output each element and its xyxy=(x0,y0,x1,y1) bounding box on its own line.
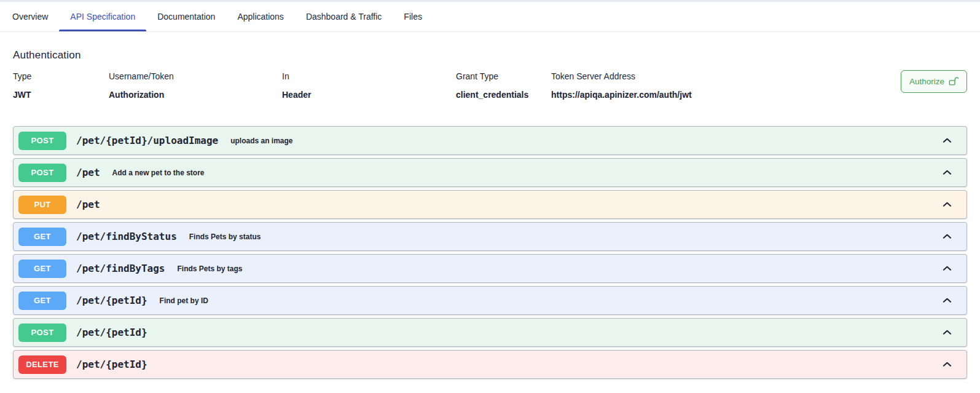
authentication-section: Authentication TypeUsername/TokenInGrant… xyxy=(13,49,967,100)
endpoint-description: Add a new pet to the store xyxy=(112,169,205,177)
auth-field-value-grant-type: client_credentials xyxy=(456,90,551,100)
method-badge: DELETE xyxy=(18,355,66,374)
unlock-icon xyxy=(949,76,958,87)
authorize-button[interactable]: Authorize xyxy=(901,70,967,93)
auth-field-value-in: Header xyxy=(282,90,456,100)
chevron-up-icon[interactable] xyxy=(941,135,953,146)
endpoint-path: /pet/{petId} xyxy=(76,295,147,306)
endpoint-row[interactable]: DELETE/pet/{petId} xyxy=(13,350,967,379)
auth-field-label-username-token: Username/Token xyxy=(109,71,282,81)
endpoint-row[interactable]: GET/pet/findByTagsFinds Pets by tags xyxy=(13,254,967,283)
endpoint-row[interactable]: POST/pet/{petId} xyxy=(13,318,967,347)
auth-fields: TypeUsername/TokenInGrant TypeToken Serv… xyxy=(13,71,967,100)
method-badge: POST xyxy=(18,132,66,150)
endpoint-description: uploads an image xyxy=(230,137,292,145)
method-badge: GET xyxy=(18,292,66,310)
chevron-up-icon[interactable] xyxy=(941,263,953,274)
endpoint-path: /pet/findByTags xyxy=(76,263,165,274)
endpoint-path: /pet/findByStatus xyxy=(76,231,177,242)
method-badge: POST xyxy=(18,164,66,182)
method-badge: GET xyxy=(18,228,66,246)
method-badge: PUT xyxy=(18,196,66,214)
endpoint-list: POST/pet/{petId}/uploadImageuploads an i… xyxy=(13,126,967,379)
chevron-up-icon[interactable] xyxy=(941,359,953,370)
auth-field-label-grant-type: Grant Type xyxy=(456,71,551,81)
endpoint-description: Finds Pets by status xyxy=(189,232,261,241)
auth-field-label-type: Type xyxy=(13,71,109,81)
endpoint-row[interactable]: POST/pet/{petId}/uploadImageuploads an i… xyxy=(13,126,967,155)
endpoint-description: Find pet by ID xyxy=(160,296,208,305)
endpoint-path: /pet xyxy=(76,167,100,178)
tab-documentation[interactable]: Documentation xyxy=(146,2,226,31)
chevron-up-icon[interactable] xyxy=(941,295,953,306)
endpoint-row[interactable]: GET/pet/{petId}Find pet by ID xyxy=(13,286,967,315)
tab-overview[interactable]: Overview xyxy=(1,2,59,31)
chevron-up-icon[interactable] xyxy=(941,167,953,178)
endpoint-row[interactable]: GET/pet/findByStatusFinds Pets by status xyxy=(13,222,967,251)
tab-bar: OverviewAPI SpecificationDocumentationAp… xyxy=(0,2,980,32)
authentication-title: Authentication xyxy=(13,49,967,62)
endpoint-path: /pet/{petId} xyxy=(76,327,147,338)
endpoint-description: Finds Pets by tags xyxy=(178,264,243,273)
chevron-up-icon[interactable] xyxy=(941,199,953,210)
auth-field-label-in: In xyxy=(282,71,456,81)
authorize-button-label: Authorize xyxy=(909,77,944,86)
auth-field-value-username-token: Authorization xyxy=(109,90,282,100)
endpoint-path: /pet/{petId}/uploadImage xyxy=(76,135,218,146)
page-content: Authentication TypeUsername/TokenInGrant… xyxy=(0,49,980,379)
endpoint-row[interactable]: PUT/pet xyxy=(13,190,967,219)
endpoint-path: /pet/{petId} xyxy=(76,359,147,370)
endpoint-path: /pet xyxy=(76,199,100,210)
chevron-up-icon[interactable] xyxy=(941,327,953,338)
endpoint-row[interactable]: POST/petAdd a new pet to the store xyxy=(13,158,967,187)
auth-field-value-type: JWT xyxy=(13,90,109,100)
tab-applications[interactable]: Applications xyxy=(226,2,295,31)
method-badge: GET xyxy=(18,260,66,278)
tab-dashboard-traffic[interactable]: Dashboard & Traffic xyxy=(295,2,393,31)
method-badge: POST xyxy=(18,324,66,342)
chevron-up-icon[interactable] xyxy=(941,231,953,242)
tab-files[interactable]: Files xyxy=(393,2,433,31)
tab-api-specification[interactable]: API Specification xyxy=(59,2,146,31)
